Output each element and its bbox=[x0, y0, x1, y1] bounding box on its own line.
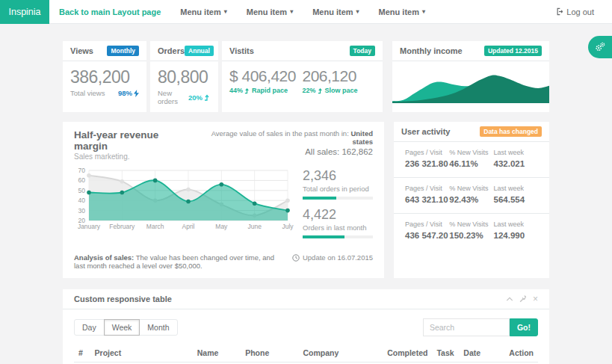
nav-menu-item-4[interactable]: Menu item ▾ bbox=[379, 7, 425, 16]
theme-settings-button[interactable] bbox=[588, 36, 612, 58]
revenue-panel: Half-year revenue margin Sales marketing… bbox=[63, 122, 384, 278]
column-header: Completed bbox=[383, 345, 432, 363]
nav-menu-item-2[interactable]: Menu item ▾ bbox=[247, 7, 293, 16]
visits-card: Vistits Today $ 406,420 44% Rapid pace 2… bbox=[222, 41, 383, 112]
activity-col-label: Pages / Visit bbox=[405, 185, 449, 192]
menu-item-label: Menu item bbox=[379, 7, 419, 16]
bolt-icon bbox=[134, 90, 139, 97]
logout-button[interactable]: Log out bbox=[554, 7, 594, 16]
tab-day[interactable]: Day bbox=[74, 319, 105, 336]
menu-item-label: Menu item bbox=[180, 7, 220, 16]
svg-text:50: 50 bbox=[78, 187, 86, 194]
activity-value: 92.43% bbox=[449, 195, 493, 204]
column-header: # bbox=[74, 345, 90, 363]
column-header: Task bbox=[432, 345, 459, 363]
activity-col-label: Last week bbox=[494, 149, 538, 156]
sign-out-icon bbox=[554, 7, 563, 16]
search-input[interactable] bbox=[423, 318, 510, 336]
activity-cell: Pages / Visit236 321.80 bbox=[405, 149, 449, 168]
second-row: Half-year revenue margin Sales marketing… bbox=[63, 122, 549, 278]
orders-percent: 20% bbox=[188, 93, 203, 102]
activity-value: 46.11% bbox=[449, 159, 493, 168]
svg-text:January: January bbox=[78, 223, 101, 230]
responsive-table-panel: Custom responsive table × DayWeekMonth G… bbox=[63, 289, 549, 364]
visits-right-percent: 22% bbox=[303, 87, 316, 94]
revenue-note: Average value of sales in the past month… bbox=[193, 129, 373, 161]
data-changed-badge: Data has changed bbox=[480, 126, 542, 137]
column-header: Action bbox=[504, 345, 538, 363]
revenue-side-stats: 2,346 Total orders in period 4,422 Order… bbox=[303, 167, 373, 246]
activity-row: Pages / Visit643 321.10% New Visits92.43… bbox=[394, 178, 549, 214]
monthly-income-chart bbox=[392, 61, 549, 103]
svg-text:40: 40 bbox=[78, 197, 86, 205]
period-button-group: DayWeekMonth bbox=[74, 319, 178, 336]
revenue-title: Half-year revenue margin bbox=[74, 129, 193, 152]
column-header: Project bbox=[90, 345, 193, 363]
activity-cell: Last week432.021 bbox=[494, 149, 538, 168]
visits-right-value: 206,120 bbox=[303, 67, 376, 85]
progress-bar-fill bbox=[303, 235, 344, 238]
caret-down-icon: ▾ bbox=[422, 8, 425, 15]
svg-text:April: April bbox=[182, 223, 194, 230]
level-up-icon bbox=[244, 87, 250, 94]
wrench-icon[interactable] bbox=[519, 295, 527, 303]
search-go-button[interactable]: Go! bbox=[510, 318, 538, 336]
revenue-chart: 203040506070JanuaryFebruaryMarchAprilMay… bbox=[74, 167, 292, 237]
visits-left-value: $ 406,420 bbox=[229, 67, 303, 85]
table-panel-title: Custom responsive table bbox=[74, 294, 172, 303]
activity-value: 150.23% bbox=[449, 231, 493, 240]
activity-col-label: Pages / Visit bbox=[405, 220, 449, 228]
table-header-row: #ProjectNamePhoneCompanyCompletedTaskDat… bbox=[74, 345, 538, 363]
activity-cell: Pages / Visit436 547.20 bbox=[405, 220, 449, 240]
column-header: Phone bbox=[241, 345, 298, 363]
user-activity-panel: User activity Data has changed Pages / V… bbox=[394, 122, 549, 278]
nav-menu-item-3[interactable]: Menu item ▾ bbox=[312, 7, 359, 16]
orders-card-title: Orders bbox=[158, 46, 185, 55]
svg-text:March: March bbox=[146, 223, 164, 230]
nav-menu-item-1[interactable]: Menu item ▾ bbox=[180, 7, 226, 16]
orders-card: Orders Annual 80,800 New orders 20% bbox=[150, 41, 218, 112]
column-header: Company bbox=[299, 345, 383, 363]
visits-left-stat: $ 406,420 44% Rapid pace bbox=[229, 67, 303, 94]
caret-down-icon: ▾ bbox=[290, 8, 293, 15]
activity-col-label: % New Visits bbox=[449, 220, 493, 228]
level-up-icon bbox=[318, 87, 324, 94]
close-icon[interactable]: × bbox=[533, 294, 538, 303]
top-navbar: Inspinia Back to main Layout page Menu i… bbox=[0, 0, 612, 24]
orders-period-label: Total orders in period bbox=[303, 185, 373, 193]
collapse-chevron-up-icon[interactable] bbox=[506, 296, 513, 302]
views-percent: 98% bbox=[118, 89, 132, 97]
activity-value: 436 547.20 bbox=[405, 231, 449, 240]
activity-value: 124.990 bbox=[494, 231, 538, 240]
activity-cell: Last week564.554 bbox=[494, 185, 538, 204]
orders-month-progress bbox=[303, 235, 373, 238]
income-card-title: Monthly income bbox=[400, 46, 463, 55]
analysis-text: Analysis of sales: The value has been ch… bbox=[74, 253, 282, 270]
caret-down-icon: ▾ bbox=[224, 8, 227, 15]
page-content: Views Monthly 386,200 Total views 98% Or… bbox=[0, 24, 612, 364]
visits-badge: Today bbox=[350, 46, 375, 56]
svg-text:February: February bbox=[109, 223, 135, 230]
orders-value: 80,800 bbox=[158, 67, 211, 87]
activity-value: 643 321.10 bbox=[405, 195, 449, 204]
tab-month[interactable]: Month bbox=[139, 319, 177, 336]
back-to-layout-link[interactable]: Back to main Layout page bbox=[59, 7, 161, 16]
user-activity-rows: Pages / Visit236 321.80% New Visits46.11… bbox=[394, 142, 549, 249]
revenue-note-country: United states bbox=[350, 129, 373, 146]
projects-table: #ProjectNamePhoneCompanyCompletedTaskDat… bbox=[74, 345, 538, 364]
views-card: Views Monthly 386,200 Total views 98% bbox=[63, 41, 146, 112]
svg-text:June: June bbox=[247, 223, 262, 230]
user-activity-title: User activity bbox=[401, 127, 450, 136]
activity-row: Pages / Visit236 321.80% New Visits46.11… bbox=[394, 142, 549, 178]
column-header: Date bbox=[459, 345, 504, 363]
brand-logo[interactable]: Inspinia bbox=[0, 0, 49, 24]
column-header: Name bbox=[193, 345, 241, 363]
income-badge: Updated 12.2015 bbox=[484, 46, 542, 56]
activity-value: 236 321.80 bbox=[405, 159, 449, 168]
tab-week[interactable]: Week bbox=[104, 319, 140, 336]
progress-bar-fill bbox=[303, 197, 336, 200]
visits-left-label: Rapid pace bbox=[252, 87, 288, 94]
activity-col-label: % New Visits bbox=[449, 185, 493, 192]
visits-card-title: Vistits bbox=[229, 46, 254, 55]
views-card-title: Views bbox=[70, 46, 93, 55]
